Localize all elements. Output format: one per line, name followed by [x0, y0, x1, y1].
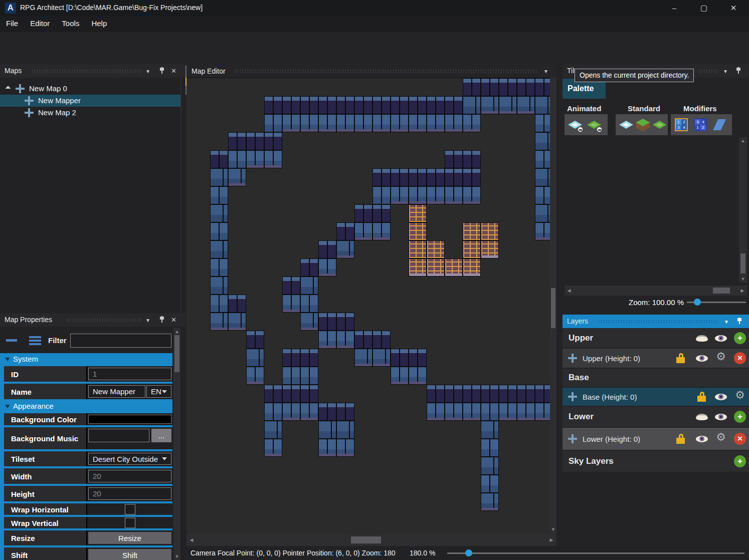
- menu-help[interactable]: Help: [85, 16, 113, 31]
- filter-input[interactable]: [70, 334, 171, 348]
- eye-closed-icon[interactable]: [695, 410, 709, 424]
- wrap-horizontal-checkbox[interactable]: [125, 504, 135, 514]
- scroll-down-icon[interactable]: ▼: [739, 276, 747, 282]
- eye-open-icon[interactable]: [695, 351, 709, 365]
- chevron-down-icon[interactable]: ▼: [145, 69, 150, 74]
- palette-tile-water-diamond-animated[interactable]: [567, 116, 584, 133]
- palette-tile-grass-cube[interactable]: [634, 116, 649, 133]
- section-system[interactable]: System: [0, 353, 172, 365]
- property-value: [86, 413, 172, 425]
- scroll-right-icon[interactable]: ▶: [548, 537, 554, 542]
- lock-icon[interactable]: [695, 390, 709, 404]
- id-field[interactable]: 1: [88, 368, 171, 380]
- menu-file[interactable]: File: [0, 16, 24, 31]
- menu-editor[interactable]: Editor: [24, 16, 56, 31]
- maximize-button[interactable]: ▢: [692, 0, 715, 16]
- gear-icon[interactable]: ⚙: [714, 432, 728, 446]
- lock-icon[interactable]: [674, 432, 688, 446]
- scroll-up-icon[interactable]: ▲: [739, 138, 747, 143]
- map-horizontal-scrollbar[interactable]: ◀ ▶: [186, 534, 556, 546]
- palette-tile-numbers-grid[interactable]: 1234: [673, 116, 690, 133]
- scroll-down-icon[interactable]: ▼: [173, 554, 180, 559]
- layer-upper-height-0[interactable]: Upper (Height: 0)×⚙: [563, 349, 749, 368]
- group-lower[interactable]: Lower+: [563, 407, 749, 427]
- gear-icon[interactable]: ⚙: [714, 351, 728, 365]
- tree-item-new-map-0[interactable]: New Map 0: [0, 83, 181, 95]
- eye-open-icon[interactable]: [695, 432, 709, 446]
- scrollbar-thumb[interactable]: [740, 253, 745, 273]
- add-icon[interactable]: +: [733, 454, 747, 468]
- palette-tile-grass-diamond-animated[interactable]: [586, 116, 603, 133]
- group-upper[interactable]: Upper+: [563, 329, 749, 348]
- tree-item-new-map-2[interactable]: New Map 2: [0, 107, 181, 119]
- scroll-right-icon[interactable]: ▶: [739, 288, 745, 293]
- delete-icon[interactable]: ×: [733, 432, 747, 446]
- map-zoom-slider-thumb[interactable]: [465, 549, 472, 556]
- name-field[interactable]: New Mapper: [88, 385, 145, 398]
- wrap-vertical-checkbox[interactable]: [125, 517, 135, 528]
- maps-scrollbar[interactable]: [180, 78, 181, 313]
- add-icon[interactable]: +: [733, 410, 747, 424]
- scroll-left-icon[interactable]: ◀: [566, 288, 572, 293]
- tileset-dropdown[interactable]: Desert City Outside: [88, 453, 171, 465]
- map-zoom-slider[interactable]: [447, 552, 744, 554]
- palette-tile-ramp[interactable]: [711, 116, 728, 133]
- scroll-up-icon[interactable]: ▲: [173, 329, 180, 334]
- group-base[interactable]: Base: [563, 369, 749, 387]
- language-dropdown[interactable]: EN: [146, 385, 171, 398]
- close-icon[interactable]: ✕: [171, 316, 176, 324]
- map-tile: [336, 439, 354, 457]
- scroll-down-icon[interactable]: ▼: [550, 527, 556, 532]
- menu-tools[interactable]: Tools: [56, 16, 85, 31]
- chevron-down-icon[interactable]: ▼: [723, 69, 728, 74]
- map-tile: [535, 168, 550, 186]
- collapse-all-icon[interactable]: [6, 339, 17, 342]
- palette-horizontal-scrollbar[interactable]: ◀ ▶: [565, 286, 747, 296]
- shift-button[interactable]: Shift: [88, 549, 171, 560]
- palette-tile-water-diamond[interactable]: [618, 116, 632, 133]
- section-appearance[interactable]: Appearance: [0, 400, 172, 412]
- palette-tile-grass-diamond[interactable]: [651, 116, 666, 133]
- pin-icon[interactable]: [159, 316, 164, 323]
- eye-open-icon[interactable]: [714, 410, 728, 424]
- layer-base-height-0[interactable]: Base (Height: 0)⚙: [563, 388, 749, 406]
- delete-icon[interactable]: ×: [733, 351, 747, 365]
- scrollbar-thumb[interactable]: [713, 288, 730, 294]
- close-icon[interactable]: ✕: [171, 67, 176, 75]
- pin-icon[interactable]: [736, 67, 741, 74]
- expander-icon[interactable]: [5, 86, 11, 91]
- chevron-down-icon[interactable]: ▼: [145, 318, 150, 323]
- lock-icon[interactable]: [674, 351, 688, 365]
- chevron-down-icon[interactable]: ▼: [724, 319, 729, 325]
- add-icon[interactable]: +: [733, 331, 747, 345]
- background-music-field[interactable]: [88, 429, 149, 442]
- scrollbar-thumb[interactable]: [174, 335, 179, 372]
- layer-lower-height-0[interactable]: Lower (Height: 0)×⚙: [563, 428, 749, 450]
- eye-closed-icon[interactable]: [695, 331, 709, 345]
- tree-item-new-mapper[interactable]: New Mapper: [0, 95, 181, 107]
- gear-icon[interactable]: ⚙: [733, 390, 747, 404]
- background-color-swatch[interactable]: [88, 415, 171, 424]
- properties-scrollbar[interactable]: ▲ ▼: [173, 328, 180, 560]
- eye-open-icon[interactable]: [714, 390, 728, 404]
- chevron-down-icon[interactable]: ▼: [543, 69, 548, 74]
- map-vertical-scrollbar[interactable]: ▼: [550, 78, 556, 534]
- palette-tile-numbers-blocks[interactable]: 3412: [692, 116, 709, 133]
- pin-icon[interactable]: [159, 67, 164, 74]
- panel-grip: [31, 69, 142, 73]
- width-field[interactable]: 20: [88, 470, 171, 482]
- palette-zoom-slider-thumb[interactable]: [694, 299, 701, 306]
- resize-button[interactable]: Resize: [88, 532, 171, 544]
- scroll-left-icon[interactable]: ◀: [189, 537, 195, 542]
- browse-button[interactable]: ...: [151, 429, 171, 442]
- minimize-button[interactable]: –: [663, 0, 686, 16]
- height-field[interactable]: 20: [88, 487, 171, 500]
- map-canvas[interactable]: [186, 78, 550, 534]
- close-button[interactable]: ✕: [722, 0, 745, 16]
- scrollbar-thumb[interactable]: [351, 536, 381, 543]
- eye-open-icon[interactable]: [714, 331, 728, 345]
- group-sky-layers[interactable]: Sky Layers+: [563, 451, 749, 472]
- scrollbar-thumb[interactable]: [551, 288, 555, 328]
- pin-icon[interactable]: [737, 318, 742, 325]
- palette-vertical-scrollbar[interactable]: ▲ ▼: [739, 137, 747, 283]
